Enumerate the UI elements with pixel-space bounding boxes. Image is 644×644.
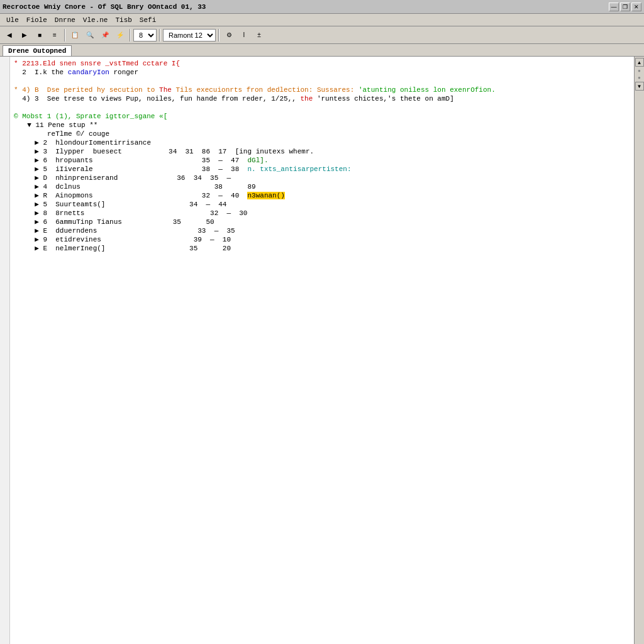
- menu-ule[interactable]: Ule: [3, 15, 23, 25]
- toolbar-sep-4: [218, 29, 219, 42]
- code-line-11: ▶ 3 Ilypper buesect 34 31 86 17 [ing inu…: [14, 147, 630, 156]
- scroll-indicator-1: ●: [638, 68, 641, 74]
- code-line-1: * 2213.Eld snen snsre _vstTmed cctare I{: [14, 59, 630, 68]
- code-line-7: © Mobst 1 (1), Sprate igttor_sgane «[: [14, 112, 630, 121]
- menu-dnrne[interactable]: Dnrne: [51, 15, 79, 25]
- toolbar: ◀ ▶ ■ ≡ 📋 🔍 📌 ⚡ 8 Ramont 12 ⚙ I ±: [0, 26, 644, 44]
- toolbar-btn-8[interactable]: ⚡: [113, 28, 127, 42]
- toolbar-dropdown-2[interactable]: Ramont 12: [163, 29, 216, 42]
- menu-fiole[interactable]: Fiole: [23, 15, 51, 25]
- code-line-16: ▶ R Ainopmons 32 — 40 n3wanan(): [14, 191, 630, 200]
- code-line-19: ▶ 6 6ammuTinp Tianus 35 50: [14, 218, 630, 226]
- code-line-2: 2 I.k the candaryIon ronger: [14, 68, 630, 77]
- line-gutter: [0, 57, 10, 644]
- menu-vlene[interactable]: Vle.ne: [79, 15, 112, 25]
- code-line-6: [14, 103, 630, 112]
- code-line-18: ▶ 8 8rnetts 32 — 30: [14, 209, 630, 218]
- restore-button[interactable]: ❐: [620, 3, 630, 11]
- code-line-20: ▶ E dduerndens 33 — 35: [14, 226, 630, 235]
- scroll-up-btn[interactable]: ▲: [635, 58, 644, 67]
- minimize-button[interactable]: —: [609, 3, 619, 11]
- toolbar-btn-3[interactable]: ■: [33, 28, 47, 42]
- toolbar-btn-5[interactable]: 📋: [68, 28, 82, 42]
- toolbar-sep-2: [130, 29, 131, 42]
- code-line-21: ▶ 9 etidrevines 39 — 10: [14, 235, 630, 244]
- toolbar-btn-4[interactable]: ≡: [48, 28, 62, 42]
- code-line-4: * 4) B Dse perited hy secution to The Ti…: [14, 86, 630, 94]
- code-line-13: ▶ 5 iIiverale 38 — 38 n. txts_antisarper…: [14, 165, 630, 174]
- toolbar-dropdown-1[interactable]: 8: [133, 29, 157, 42]
- scroll-down-btn[interactable]: ▼: [635, 82, 644, 91]
- window-title: Recroctoe Wniy Cnore - Of SQL Bnry OOnta…: [3, 3, 206, 11]
- code-line-12: ▶ 6 hropuants 35 — 47 dGl].: [14, 156, 630, 165]
- tab-area: Drene Outopned: [0, 44, 644, 57]
- toolbar-btn-7[interactable]: 📌: [98, 28, 112, 42]
- toolbar-sep-1: [64, 29, 65, 42]
- tab-drene-outopned[interactable]: Drene Outopned: [3, 45, 72, 56]
- title-bar: Recroctoe Wniy Cnore - Of SQL Bnry OOnta…: [0, 0, 644, 14]
- menu-sefi[interactable]: Sefi: [136, 15, 160, 25]
- code-area[interactable]: * 2213.Eld snen snsre _vstTmed cctare I{…: [10, 57, 634, 644]
- toolbar-btn-1[interactable]: ◀: [3, 28, 16, 42]
- close-button[interactable]: ✕: [631, 3, 641, 11]
- code-line-15: ▶ 4 dclnus 38 89: [14, 182, 630, 191]
- code-line-14: ▶ D nhinpreniserand 36 34 35 —: [14, 174, 630, 182]
- scroll-indicator-2: ●: [638, 75, 641, 80]
- toolbar-btn-10[interactable]: I: [237, 28, 251, 42]
- code-line-5: 4) 3 See trese to views Pup, noiles, fun…: [14, 94, 630, 103]
- main-area: * 2213.Eld snen snsre _vstTmed cctare I{…: [0, 57, 644, 644]
- toolbar-btn-2[interactable]: ▶: [18, 28, 31, 42]
- menu-tisb[interactable]: Tisb: [111, 15, 135, 25]
- code-line-9: reTlme ©/ couge: [14, 130, 630, 138]
- code-line-17: ▶ 5 Suurteamts(] 34 — 44: [14, 200, 630, 209]
- toolbar-btn-11[interactable]: ±: [252, 28, 266, 42]
- code-line-10: ▶ 2 hlondourIomentirrisance: [14, 138, 630, 147]
- code-line-22: ▶ E nelmerIneg(] 35 20: [14, 244, 630, 253]
- window-controls: — ❐ ✕: [609, 3, 641, 11]
- code-line-8: ▼ 11 Pene stup **: [14, 121, 630, 130]
- toolbar-btn-9[interactable]: ⚙: [222, 28, 236, 42]
- menu-bar: Ule Fiole Dnrne Vle.ne Tisb Sefi: [0, 14, 644, 26]
- code-line-3: [14, 77, 630, 86]
- right-scrollbar: ▲ ● ● ▼: [634, 57, 644, 644]
- toolbar-btn-6[interactable]: 🔍: [83, 28, 97, 42]
- toolbar-sep-3: [159, 29, 160, 42]
